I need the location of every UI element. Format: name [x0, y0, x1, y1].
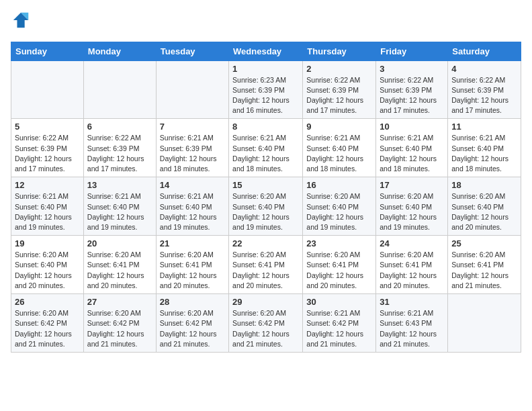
calendar-cell: 5Sunrise: 6:22 AM Sunset: 6:39 PM Daylig… — [11, 119, 84, 177]
day-info: Sunrise: 6:21 AM Sunset: 6:40 PM Dayligh… — [160, 191, 225, 232]
day-info: Sunrise: 6:20 AM Sunset: 6:42 PM Dayligh… — [87, 308, 152, 349]
day-number: 22 — [232, 238, 299, 248]
calendar-cell: 16Sunrise: 6:20 AM Sunset: 6:40 PM Dayli… — [303, 177, 376, 236]
calendar-cell: 24Sunrise: 6:20 AM Sunset: 6:41 PM Dayli… — [376, 236, 448, 294]
day-info: Sunrise: 6:21 AM Sunset: 6:42 PM Dayligh… — [306, 308, 372, 349]
day-info: Sunrise: 6:20 AM Sunset: 6:41 PM Dayligh… — [451, 250, 517, 291]
day-info: Sunrise: 6:22 AM Sunset: 6:39 PM Dayligh… — [15, 133, 80, 174]
day-info: Sunrise: 6:21 AM Sunset: 6:40 PM Dayligh… — [87, 191, 152, 232]
day-info: Sunrise: 6:20 AM Sunset: 6:40 PM Dayligh… — [306, 191, 372, 232]
day-header-sunday: Sunday — [11, 42, 84, 60]
calendar-cell: 17Sunrise: 6:20 AM Sunset: 6:40 PM Dayli… — [376, 177, 448, 236]
calendar-header-row: SundayMondayTuesdayWednesdayThursdayFrid… — [11, 42, 521, 60]
day-info: Sunrise: 6:20 AM Sunset: 6:40 PM Dayligh… — [15, 250, 80, 291]
day-info: Sunrise: 6:21 AM Sunset: 6:39 PM Dayligh… — [160, 133, 225, 174]
day-number: 27 — [87, 297, 152, 307]
day-number: 30 — [306, 297, 372, 307]
day-info: Sunrise: 6:21 AM Sunset: 6:40 PM Dayligh… — [306, 133, 372, 174]
day-number: 29 — [232, 297, 299, 307]
day-info: Sunrise: 6:20 AM Sunset: 6:41 PM Dayligh… — [160, 250, 225, 291]
week-row-1: 1Sunrise: 6:23 AM Sunset: 6:39 PM Daylig… — [11, 60, 521, 119]
day-number: 14 — [160, 180, 225, 190]
week-row-5: 26Sunrise: 6:20 AM Sunset: 6:42 PM Dayli… — [11, 294, 521, 353]
day-info: Sunrise: 6:21 AM Sunset: 6:40 PM Dayligh… — [380, 133, 444, 174]
logo — [11, 11, 31, 34]
calendar-cell: 14Sunrise: 6:21 AM Sunset: 6:40 PM Dayli… — [156, 177, 228, 236]
day-info: Sunrise: 6:22 AM Sunset: 6:39 PM Dayligh… — [380, 75, 444, 116]
day-header-monday: Monday — [83, 42, 156, 60]
day-number: 23 — [306, 238, 372, 248]
day-number: 9 — [306, 122, 372, 132]
day-info: Sunrise: 6:20 AM Sunset: 6:42 PM Dayligh… — [160, 308, 225, 349]
day-header-friday: Friday — [376, 42, 448, 60]
calendar-cell — [156, 60, 228, 119]
calendar-cell: 30Sunrise: 6:21 AM Sunset: 6:42 PM Dayli… — [303, 294, 376, 353]
calendar-cell: 11Sunrise: 6:21 AM Sunset: 6:40 PM Dayli… — [448, 119, 521, 177]
day-info: Sunrise: 6:20 AM Sunset: 6:42 PM Dayligh… — [15, 308, 80, 349]
calendar-cell: 26Sunrise: 6:20 AM Sunset: 6:42 PM Dayli… — [11, 294, 84, 353]
page-header — [11, 11, 521, 34]
day-number: 15 — [232, 180, 299, 190]
day-number: 2 — [306, 64, 372, 74]
calendar-cell: 2Sunrise: 6:22 AM Sunset: 6:39 PM Daylig… — [303, 60, 376, 119]
day-info: Sunrise: 6:20 AM Sunset: 6:41 PM Dayligh… — [87, 250, 152, 291]
week-row-2: 5Sunrise: 6:22 AM Sunset: 6:39 PM Daylig… — [11, 119, 521, 177]
day-number: 24 — [380, 238, 444, 248]
calendar-cell: 27Sunrise: 6:20 AM Sunset: 6:42 PM Dayli… — [83, 294, 156, 353]
calendar-cell: 7Sunrise: 6:21 AM Sunset: 6:39 PM Daylig… — [156, 119, 228, 177]
day-number: 17 — [380, 180, 444, 190]
day-number: 26 — [15, 297, 80, 307]
day-number: 21 — [160, 238, 225, 248]
day-number: 28 — [160, 297, 225, 307]
day-info: Sunrise: 6:20 AM Sunset: 6:41 PM Dayligh… — [380, 250, 444, 291]
day-number: 5 — [15, 122, 80, 132]
day-number: 3 — [380, 64, 444, 74]
day-info: Sunrise: 6:22 AM Sunset: 6:39 PM Dayligh… — [87, 133, 152, 174]
day-number: 11 — [451, 122, 517, 132]
day-number: 4 — [451, 64, 517, 74]
day-info: Sunrise: 6:20 AM Sunset: 6:40 PM Dayligh… — [451, 191, 517, 232]
day-number: 19 — [15, 238, 80, 248]
day-number: 13 — [87, 180, 152, 190]
day-info: Sunrise: 6:20 AM Sunset: 6:41 PM Dayligh… — [306, 250, 372, 291]
calendar-cell: 19Sunrise: 6:20 AM Sunset: 6:40 PM Dayli… — [11, 236, 84, 294]
calendar-cell: 21Sunrise: 6:20 AM Sunset: 6:41 PM Dayli… — [156, 236, 228, 294]
calendar-cell — [11, 60, 84, 119]
day-number: 7 — [160, 122, 225, 132]
day-header-saturday: Saturday — [448, 42, 521, 60]
day-info: Sunrise: 6:20 AM Sunset: 6:41 PM Dayligh… — [232, 250, 299, 291]
week-row-3: 12Sunrise: 6:21 AM Sunset: 6:40 PM Dayli… — [11, 177, 521, 236]
day-info: Sunrise: 6:20 AM Sunset: 6:40 PM Dayligh… — [232, 191, 299, 232]
day-number: 31 — [380, 297, 444, 307]
calendar-table: SundayMondayTuesdayWednesdayThursdayFrid… — [11, 42, 521, 353]
day-number: 10 — [380, 122, 444, 132]
day-header-tuesday: Tuesday — [156, 42, 228, 60]
calendar-cell: 23Sunrise: 6:20 AM Sunset: 6:41 PM Dayli… — [303, 236, 376, 294]
calendar-cell: 29Sunrise: 6:20 AM Sunset: 6:42 PM Dayli… — [229, 294, 303, 353]
day-info: Sunrise: 6:22 AM Sunset: 6:39 PM Dayligh… — [306, 75, 372, 116]
calendar-cell: 22Sunrise: 6:20 AM Sunset: 6:41 PM Dayli… — [229, 236, 303, 294]
calendar-cell: 28Sunrise: 6:20 AM Sunset: 6:42 PM Dayli… — [156, 294, 228, 353]
calendar-cell: 4Sunrise: 6:22 AM Sunset: 6:39 PM Daylig… — [448, 60, 521, 119]
day-header-wednesday: Wednesday — [229, 42, 303, 60]
calendar-cell: 31Sunrise: 6:21 AM Sunset: 6:43 PM Dayli… — [376, 294, 448, 353]
calendar-body: 1Sunrise: 6:23 AM Sunset: 6:39 PM Daylig… — [11, 60, 521, 352]
calendar-cell: 12Sunrise: 6:21 AM Sunset: 6:40 PM Dayli… — [11, 177, 84, 236]
calendar-cell: 3Sunrise: 6:22 AM Sunset: 6:39 PM Daylig… — [376, 60, 448, 119]
calendar-cell: 10Sunrise: 6:21 AM Sunset: 6:40 PM Dayli… — [376, 119, 448, 177]
calendar-cell: 8Sunrise: 6:21 AM Sunset: 6:40 PM Daylig… — [229, 119, 303, 177]
day-info: Sunrise: 6:23 AM Sunset: 6:39 PM Dayligh… — [232, 75, 299, 116]
day-header-thursday: Thursday — [303, 42, 376, 60]
calendar-cell: 1Sunrise: 6:23 AM Sunset: 6:39 PM Daylig… — [229, 60, 303, 119]
calendar-cell: 20Sunrise: 6:20 AM Sunset: 6:41 PM Dayli… — [83, 236, 156, 294]
day-number: 12 — [15, 180, 80, 190]
calendar-cell — [83, 60, 156, 119]
week-row-4: 19Sunrise: 6:20 AM Sunset: 6:40 PM Dayli… — [11, 236, 521, 294]
day-number: 1 — [232, 64, 299, 74]
logo-icon — [12, 11, 31, 30]
calendar-cell: 9Sunrise: 6:21 AM Sunset: 6:40 PM Daylig… — [303, 119, 376, 177]
day-number: 16 — [306, 180, 372, 190]
calendar-cell: 6Sunrise: 6:22 AM Sunset: 6:39 PM Daylig… — [83, 119, 156, 177]
day-number: 6 — [87, 122, 152, 132]
calendar-cell: 15Sunrise: 6:20 AM Sunset: 6:40 PM Dayli… — [229, 177, 303, 236]
